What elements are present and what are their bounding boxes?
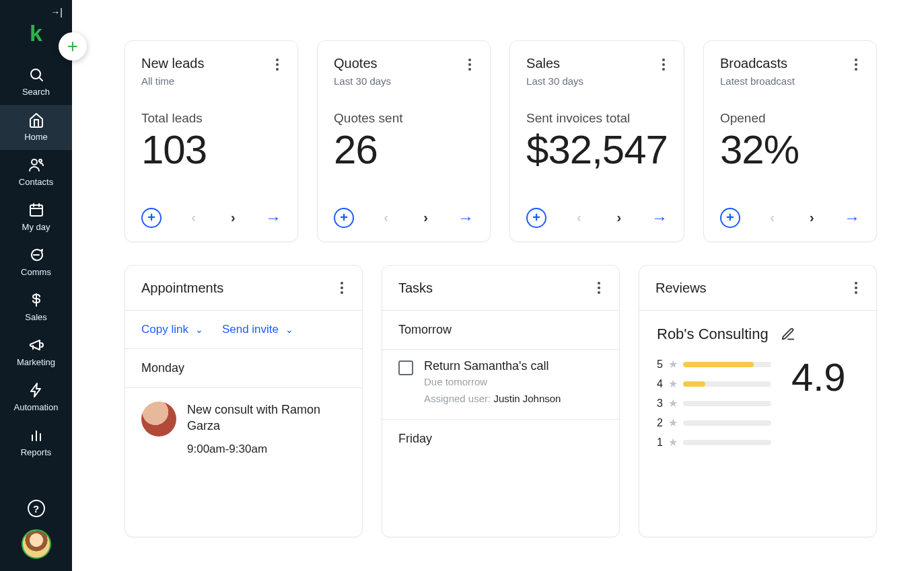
stat-value: $32,547 xyxy=(526,130,668,170)
chevron-down-icon: ⌄ xyxy=(285,324,293,335)
nav-myday[interactable]: My day xyxy=(0,195,72,240)
card-menu-icon[interactable] xyxy=(466,56,474,73)
calendar-icon xyxy=(28,202,44,218)
link-label: Copy link xyxy=(141,323,188,336)
stat-label: Opened xyxy=(720,111,860,126)
prev-icon: ‹ xyxy=(765,207,780,228)
prev-icon: ‹ xyxy=(186,207,201,228)
bar-track xyxy=(683,401,771,406)
next-icon[interactable]: › xyxy=(611,207,627,228)
task-item[interactable]: Return Samantha's call Due tomorrow Assi… xyxy=(382,350,619,420)
svg-point-3 xyxy=(39,159,42,162)
open-arrow-icon[interactable]: → xyxy=(458,208,474,227)
card-menu-icon[interactable] xyxy=(852,56,860,73)
nav-label: Automation xyxy=(14,402,59,412)
svg-rect-4 xyxy=(30,205,42,216)
copy-link-dropdown[interactable]: Copy link ⌄ xyxy=(141,323,203,336)
nav-label: Reports xyxy=(21,447,52,457)
stat-card: Sales Last 30 days Sent invoices total $… xyxy=(509,40,684,242)
stat-card: New leads All time Total leads 103 + ‹ ›… xyxy=(125,40,298,242)
chevron-down-icon: ⌄ xyxy=(195,324,203,335)
sidebar: →| k + Search Home Contacts My day Com xyxy=(0,0,72,571)
stat-label: Quotes sent xyxy=(334,111,474,126)
rating-bars: 5 ★ 4 ★ 3 ★ 2 ★ 1 ★ xyxy=(657,358,771,449)
nav-reports[interactable]: Reports xyxy=(0,420,72,465)
add-icon[interactable]: + xyxy=(141,208,162,228)
card-menu-icon[interactable] xyxy=(338,279,346,297)
nav-automation[interactable]: Automation xyxy=(0,375,72,420)
appointments-title: Appointments xyxy=(141,280,223,296)
open-arrow-icon[interactable]: → xyxy=(651,208,668,227)
next-icon[interactable]: › xyxy=(804,207,820,228)
add-button[interactable]: + xyxy=(59,32,87,61)
nav-comms[interactable]: Comms xyxy=(0,240,72,285)
collapse-sidebar-icon[interactable]: →| xyxy=(50,7,63,17)
task-checkbox[interactable] xyxy=(398,360,413,375)
card-menu-icon[interactable] xyxy=(852,279,860,297)
next-icon[interactable]: › xyxy=(225,207,241,228)
rating-bar-row: 1 ★ xyxy=(657,436,771,449)
link-label: Send invite xyxy=(222,323,279,336)
stat-value: 103 xyxy=(141,130,281,170)
stat-title: Sales xyxy=(526,56,583,71)
logo: k xyxy=(30,20,42,46)
rating-bar-row: 4 ★ xyxy=(657,377,771,390)
card-menu-icon[interactable] xyxy=(595,279,603,297)
nav-label: Marketing xyxy=(17,357,55,367)
add-icon[interactable]: + xyxy=(720,208,740,228)
home-icon xyxy=(28,112,44,128)
main-content: New leads All time Total leads 103 + ‹ ›… xyxy=(72,0,924,571)
user-avatar[interactable] xyxy=(22,529,51,559)
prev-icon: ‹ xyxy=(571,207,587,228)
stat-card: Quotes Last 30 days Quotes sent 26 + ‹ ›… xyxy=(317,40,491,242)
card-menu-icon[interactable] xyxy=(273,56,281,73)
bar-track xyxy=(683,440,771,445)
day-heading: Friday xyxy=(382,420,619,458)
stat-subtitle: Last 30 days xyxy=(526,75,583,87)
stat-subtitle: All time xyxy=(141,75,204,87)
nav-search[interactable]: Search xyxy=(0,60,72,105)
star-icon: ★ xyxy=(668,436,678,449)
assigned-label: Assigned user: xyxy=(424,393,493,404)
add-icon[interactable]: + xyxy=(334,208,354,228)
nav-label: Sales xyxy=(25,312,47,322)
next-icon[interactable]: › xyxy=(418,207,433,228)
nav-marketing[interactable]: Marketing xyxy=(0,330,72,375)
appointment-item[interactable]: New consult with Ramon Garza 9:00am-9:30… xyxy=(125,388,362,469)
help-icon[interactable]: ? xyxy=(28,500,45,517)
task-assigned: Assigned user: Justin Johnson xyxy=(424,393,561,404)
stat-value: 26 xyxy=(334,130,474,170)
nav-label: Comms xyxy=(21,267,51,277)
stat-subtitle: Last 30 days xyxy=(334,75,391,87)
contact-avatar xyxy=(141,402,176,436)
tasks-title: Tasks xyxy=(398,280,433,296)
open-arrow-icon[interactable]: → xyxy=(844,208,860,227)
bar-label: 3 xyxy=(657,397,663,410)
bar-label: 4 xyxy=(657,378,663,390)
edit-icon[interactable] xyxy=(781,327,795,342)
day-heading: Tomorrow xyxy=(382,311,619,350)
bar-track xyxy=(683,362,771,367)
nav-contacts[interactable]: Contacts xyxy=(0,150,72,195)
nav-sales[interactable]: Sales xyxy=(0,285,72,330)
nav-home[interactable]: Home xyxy=(0,105,72,150)
reviews-title: Reviews xyxy=(655,280,707,296)
tasks-card: Tasks Tomorrow Return Samantha's call Du… xyxy=(382,265,620,537)
star-icon: ★ xyxy=(668,377,678,390)
appointment-title: New consult with Ramon Garza xyxy=(187,402,346,434)
svg-line-1 xyxy=(39,78,42,81)
stat-label: Total leads xyxy=(141,111,281,126)
stat-subtitle: Latest broadcast xyxy=(720,75,795,87)
stat-title: Broadcasts xyxy=(720,56,795,71)
task-title: Return Samantha's call xyxy=(424,359,561,373)
rating-bar-row: 3 ★ xyxy=(657,397,771,410)
open-arrow-icon[interactable]: → xyxy=(265,208,281,227)
bolt-icon xyxy=(28,382,44,398)
appointments-card: Appointments Copy link ⌄ Send invite ⌄ M… xyxy=(125,265,363,537)
contacts-icon xyxy=(28,157,44,173)
send-invite-dropdown[interactable]: Send invite ⌄ xyxy=(222,323,293,336)
bar-label: 5 xyxy=(657,358,663,371)
bar-fill xyxy=(683,381,705,387)
card-menu-icon[interactable] xyxy=(660,56,668,73)
add-icon[interactable]: + xyxy=(526,208,546,228)
